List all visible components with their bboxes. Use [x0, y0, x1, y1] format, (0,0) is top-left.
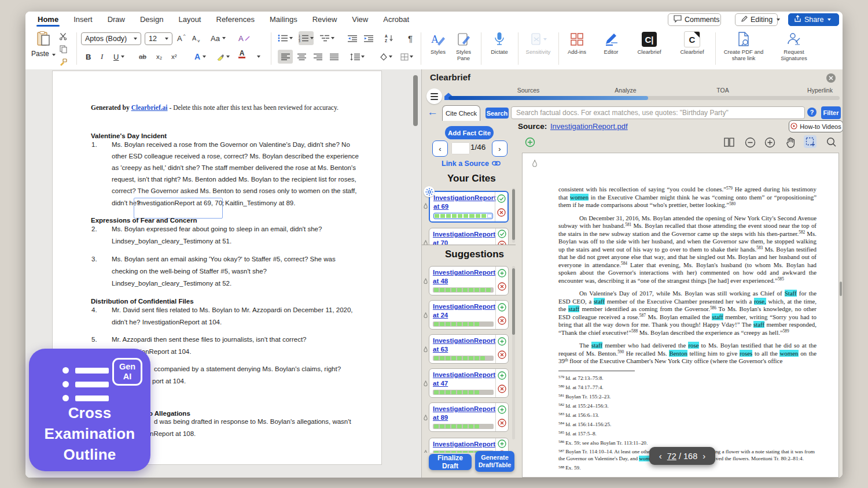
how-to-videos-button[interactable]: How-to Videos	[789, 120, 843, 132]
pdf-page-nav[interactable]: ‹ 72 / 168 ›	[649, 447, 715, 465]
ribbon-tab-review[interactable]: Review	[305, 12, 345, 28]
line-spacing-icon[interactable]	[350, 50, 365, 64]
step-toa[interactable]: TOA	[716, 87, 729, 94]
add-ins-button[interactable]: Add-ins	[562, 31, 591, 56]
link-a-source[interactable]: Link a Source	[442, 160, 501, 168]
align-right-icon[interactable]	[310, 50, 325, 64]
help-icon[interactable]: ?	[807, 108, 816, 117]
filter-button[interactable]: Filter	[821, 106, 841, 119]
sensitivity-button[interactable]: Sensitivity	[521, 31, 555, 56]
cut-icon[interactable]	[59, 32, 67, 42]
numbered-list-icon[interactable]: 123	[299, 31, 314, 45]
step-sources[interactable]: Sources	[517, 87, 540, 94]
pilcrow-icon[interactable]: ¶	[403, 31, 418, 45]
subscript-button[interactable]: x₂	[156, 50, 162, 64]
bold-button[interactable]: B	[86, 50, 91, 64]
ribbon-tab-acrobat[interactable]: Acrobat	[376, 12, 417, 28]
bullet-list-icon[interactable]	[278, 31, 293, 45]
sort-icon[interactable]: AZ	[382, 31, 397, 45]
cite-link[interactable]: InvestigationReportat 24	[433, 302, 494, 320]
change-case-button[interactable]: Aa	[211, 31, 226, 45]
zoom-out-icon[interactable]	[744, 136, 756, 149]
accept-check-icon[interactable]	[498, 230, 506, 241]
cite-link[interactable]: InvestigationReportat 63	[433, 337, 494, 354]
cite-card[interactable]: InvestigationReportat 48	[429, 266, 509, 295]
add-suggestion-icon[interactable]	[498, 405, 506, 416]
add-suggestion-icon[interactable]	[498, 439, 506, 450]
request-signatures-button[interactable]: Request Signatures	[772, 31, 816, 62]
paste-button[interactable]: Paste	[30, 31, 57, 58]
justify-icon[interactable]	[326, 50, 341, 64]
add-suggestion-icon[interactable]	[498, 371, 506, 382]
cites-scrollbar[interactable]	[512, 188, 515, 243]
ribbon-tab-layout[interactable]: Layout	[171, 12, 208, 28]
clearbrief-ai-link[interactable]: Clearbrief.ai	[131, 104, 168, 111]
highlight-button[interactable]	[216, 50, 230, 64]
add-fact-cite-button[interactable]: Add Fact Cite	[445, 126, 494, 139]
cite-card[interactable]: InvestigationReportat 47	[429, 368, 509, 398]
prev-cite-button[interactable]: ‹	[432, 141, 448, 157]
source-file-link[interactable]: InvestigationReport.pdf	[550, 122, 628, 131]
reject-icon[interactable]	[498, 385, 506, 395]
increase-indent-icon[interactable]	[361, 31, 376, 45]
cite-link[interactable]: InvestigationReportat 48	[433, 268, 494, 286]
cite-card[interactable]: InvestigationReportat 69	[429, 191, 509, 223]
ribbon-tab-design[interactable]: Design	[133, 12, 171, 28]
align-center-icon[interactable]	[294, 50, 309, 64]
cross-examination-outline-card[interactable]: Gen AI Cross Examination Outline	[29, 349, 150, 471]
font-name-select[interactable]: Aptos (Body)	[81, 32, 141, 45]
document-scrollbar[interactable]	[413, 73, 418, 472]
cite-card[interactable]: InvestigationReportat 70	[429, 228, 509, 245]
suggestions-scrollbar[interactable]	[512, 266, 515, 439]
styles-button[interactable]: AStyles	[424, 31, 452, 56]
cite-link[interactable]: InvestigationReportat 70	[433, 230, 494, 245]
ribbon-tab-insert[interactable]: Insert	[66, 12, 100, 28]
editing-button[interactable]: Editing	[735, 13, 778, 26]
prev-page-icon[interactable]: ‹	[659, 451, 662, 461]
ribbon-tab-view[interactable]: View	[344, 12, 376, 28]
zoom-in-icon[interactable]	[763, 136, 776, 149]
reject-icon[interactable]	[498, 241, 506, 245]
marquee-select-icon[interactable]	[804, 135, 816, 148]
cite-pager-input[interactable]	[451, 142, 470, 154]
step-hyperlink[interactable]: Hyperlink	[807, 87, 833, 94]
shrink-font-button[interactable]: Av	[192, 31, 200, 45]
format-painter-icon[interactable]	[59, 58, 67, 68]
multilevel-list-icon[interactable]	[319, 31, 334, 45]
two-page-view-icon[interactable]	[723, 136, 735, 149]
reject-icon[interactable]	[498, 316, 506, 327]
cite-link[interactable]: InvestigationReportat 69	[433, 194, 493, 211]
dictate-button[interactable]: Dictate	[486, 31, 513, 56]
next-cite-button[interactable]: ›	[492, 141, 507, 157]
cite-card[interactable]: InvestigationReportat 89	[429, 402, 509, 432]
ribbon-tab-home[interactable]: Home	[30, 12, 66, 28]
back-arrow-icon[interactable]: ←	[427, 106, 438, 119]
clearbrief-dark-button[interactable]: C|Clearbrief	[631, 31, 667, 56]
align-left-icon[interactable]	[278, 50, 293, 64]
create-pdf-button[interactable]: Create PDF and share link	[719, 31, 768, 62]
generate-draft-button[interactable]: Generate Draft/Table	[475, 451, 514, 472]
add-suggestion-icon[interactable]	[498, 303, 506, 314]
cite-link[interactable]: InvestigationReportat 89	[433, 405, 494, 422]
underline-button[interactable]: U	[113, 50, 124, 64]
tab-cite-check[interactable]: Cite Check	[442, 105, 480, 121]
search-button[interactable]: Search	[486, 108, 509, 119]
styles-pane-button[interactable]: Styles Pane	[450, 31, 477, 62]
reject-icon[interactable]	[497, 208, 506, 219]
clearbrief-light-button[interactable]: CClearbrief	[674, 31, 710, 56]
font-color-button[interactable]: A	[238, 50, 245, 64]
decrease-indent-icon[interactable]	[345, 31, 360, 45]
cite-link[interactable]: InvestigationReport	[433, 440, 494, 449]
borders-icon[interactable]	[399, 50, 414, 64]
reject-icon[interactable]	[498, 350, 506, 361]
close-icon[interactable]	[826, 73, 836, 83]
hand-icon[interactable]	[784, 136, 797, 149]
reject-icon[interactable]	[498, 282, 506, 293]
cite-card[interactable]: InvestigationReportat 24	[429, 300, 509, 330]
gear-icon[interactable]	[424, 186, 435, 197]
next-page-icon[interactable]: ›	[703, 451, 705, 461]
comments-button[interactable]: Comments	[668, 13, 721, 26]
clear-formatting-button[interactable]: A	[238, 31, 250, 45]
italic-button[interactable]: I	[101, 50, 103, 64]
step-analyze[interactable]: Analyze	[615, 87, 636, 94]
